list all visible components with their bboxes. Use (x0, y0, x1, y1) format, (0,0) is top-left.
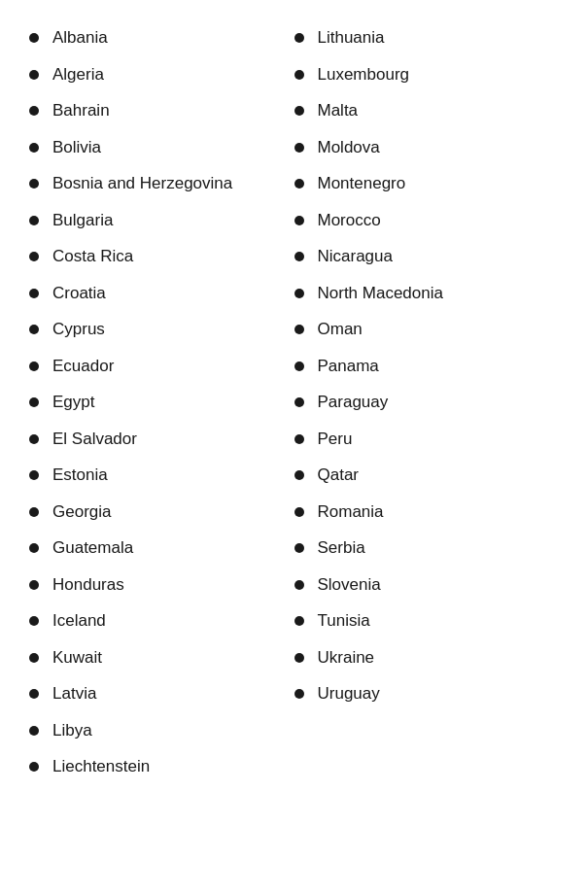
country-name: Bosnia and Herzegovina (52, 171, 232, 196)
bullet-icon (29, 179, 39, 189)
country-name: Kuwait (52, 645, 102, 671)
list-item: Morocco (294, 202, 560, 239)
bullet-icon (29, 616, 39, 626)
left-column: AlbaniaAlgeriaBahrainBoliviaBosnia and H… (29, 19, 294, 785)
left-country-list: AlbaniaAlgeriaBahrainBoliviaBosnia and H… (29, 19, 294, 785)
bullet-icon (294, 216, 304, 225)
bullet-icon (294, 179, 304, 189)
list-item: Bulgaria (29, 202, 294, 239)
bullet-icon (294, 397, 304, 407)
list-item: Paraguay (294, 384, 560, 421)
list-item: Romania (294, 494, 560, 531)
list-item: Serbia (294, 530, 560, 567)
list-item: Oman (294, 311, 560, 348)
bullet-icon (29, 434, 39, 444)
list-item: El Salvador (29, 421, 294, 458)
bullet-icon (29, 143, 39, 153)
bullet-icon (294, 434, 304, 444)
list-item: Bosnia and Herzegovina (29, 165, 294, 202)
list-item: Kuwait (29, 639, 294, 676)
country-name: Moldova (318, 135, 380, 160)
list-item: Estonia (29, 457, 294, 494)
bullet-icon (294, 616, 304, 626)
country-name: Paraguay (318, 390, 389, 415)
list-item: Tunisia (294, 602, 560, 639)
country-name: Bolivia (52, 135, 101, 160)
bullet-icon (294, 470, 304, 480)
bullet-icon (29, 543, 39, 553)
bullet-icon (294, 106, 304, 116)
country-name: Morocco (318, 208, 381, 233)
bullet-icon (294, 289, 304, 298)
bullet-icon (29, 252, 39, 261)
bullet-icon (29, 361, 39, 371)
bullet-icon (294, 325, 304, 334)
country-name: Uruguay (318, 681, 380, 706)
country-name: Estonia (52, 463, 108, 488)
country-name: Cyprus (52, 317, 105, 342)
list-item: Liechtenstein (29, 748, 294, 785)
list-item: Costa Rica (29, 238, 294, 275)
right-column: LithuaniaLuxembourgMaltaMoldovaMontenegr… (294, 19, 560, 785)
list-item: Panama (294, 348, 560, 385)
country-name: Malta (318, 98, 359, 123)
bullet-icon (29, 325, 39, 334)
list-item: Malta (294, 92, 560, 129)
list-item: Peru (294, 421, 560, 458)
list-item: Qatar (294, 457, 560, 494)
bullet-icon (29, 289, 39, 298)
country-name: Serbia (318, 535, 365, 561)
list-item: Nicaragua (294, 238, 560, 275)
list-item: Bahrain (29, 92, 294, 129)
country-name: Albania (52, 25, 108, 51)
list-item: Bolivia (29, 129, 294, 166)
list-item: Croatia (29, 275, 294, 312)
list-item: Cyprus (29, 311, 294, 348)
country-name: Latvia (52, 681, 96, 706)
bullet-icon (294, 653, 304, 663)
bullet-icon (29, 216, 39, 225)
country-name: Georgia (52, 499, 111, 525)
bullet-icon (294, 543, 304, 553)
list-item: Guatemala (29, 530, 294, 567)
country-name: Honduras (52, 572, 124, 598)
country-name: Iceland (52, 608, 106, 634)
list-item: Ukraine (294, 639, 560, 676)
country-name: Bulgaria (52, 208, 113, 233)
country-name: Oman (318, 317, 363, 342)
country-name: Liechtenstein (52, 754, 150, 779)
country-name: Panama (318, 354, 379, 379)
bullet-icon (294, 689, 304, 699)
country-name: Nicaragua (318, 244, 394, 269)
list-item: Slovenia (294, 567, 560, 603)
bullet-icon (29, 689, 39, 699)
country-name: Luxembourg (318, 62, 410, 87)
bullet-icon (294, 143, 304, 153)
country-name: North Macedonia (318, 281, 443, 306)
country-name: Montenegro (318, 171, 406, 196)
bullet-icon (29, 70, 39, 80)
bullet-icon (29, 470, 39, 480)
right-country-list: LithuaniaLuxembourgMaltaMoldovaMontenegr… (294, 19, 560, 712)
list-item: Luxembourg (294, 56, 560, 93)
bullet-icon (29, 762, 39, 772)
country-name: Bahrain (52, 98, 110, 123)
country-name: Ecuador (52, 354, 114, 379)
bullet-icon (294, 33, 304, 43)
bullet-icon (29, 507, 39, 517)
country-name: Egypt (52, 390, 94, 415)
country-name: Croatia (52, 281, 106, 306)
country-name: Costa Rica (52, 244, 133, 269)
bullet-icon (29, 726, 39, 736)
country-list-container: AlbaniaAlgeriaBahrainBoliviaBosnia and H… (29, 19, 559, 785)
list-item: Uruguay (294, 675, 560, 712)
list-item: Albania (29, 19, 294, 56)
country-name: El Salvador (52, 427, 137, 452)
bullet-icon (294, 580, 304, 590)
country-name: Tunisia (318, 608, 370, 634)
country-name: Romania (318, 499, 384, 525)
list-item: Algeria (29, 56, 294, 93)
list-item: Moldova (294, 129, 560, 166)
country-name: Guatemala (52, 535, 133, 561)
bullet-icon (294, 252, 304, 261)
